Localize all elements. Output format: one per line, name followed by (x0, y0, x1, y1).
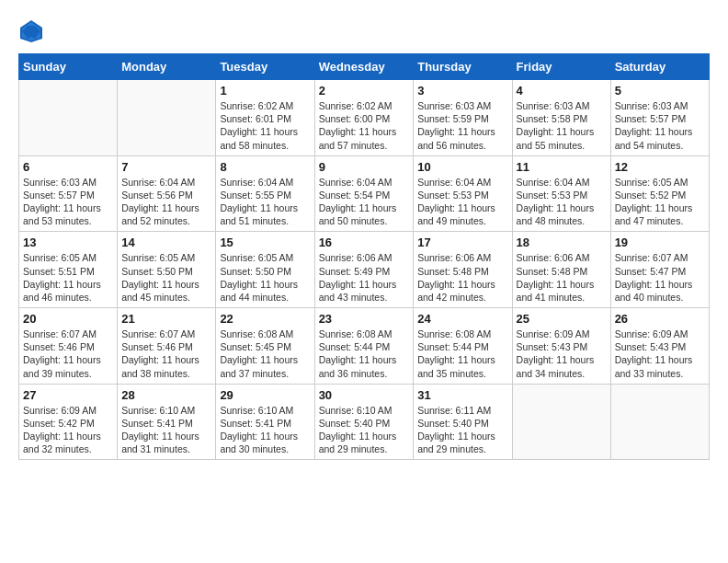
day-info: Sunrise: 6:06 AM Sunset: 5:49 PM Dayligh… (319, 251, 410, 304)
logo (18, 18, 48, 44)
day-number: 10 (417, 160, 507, 174)
weekday-header-row: SundayMondayTuesdayWednesdayThursdayFrid… (19, 54, 710, 80)
day-number: 6 (23, 160, 113, 174)
day-number: 21 (121, 312, 211, 326)
day-info: Sunrise: 6:06 AM Sunset: 5:48 PM Dayligh… (417, 251, 507, 304)
day-info: Sunrise: 6:05 AM Sunset: 5:52 PM Dayligh… (615, 176, 705, 228)
day-info: Sunrise: 6:02 AM Sunset: 6:01 PM Dayligh… (220, 99, 310, 152)
day-info: Sunrise: 6:11 AM Sunset: 5:40 PM Dayligh… (417, 404, 507, 456)
day-number: 24 (417, 312, 507, 326)
calendar-cell: 3Sunrise: 6:03 AM Sunset: 5:59 PM Daylig… (414, 80, 512, 156)
day-number: 27 (23, 388, 113, 402)
calendar-cell (512, 384, 610, 460)
day-info: Sunrise: 6:03 AM Sunset: 5:58 PM Dayligh… (517, 99, 607, 152)
week-row-5: 27Sunrise: 6:09 AM Sunset: 5:42 PM Dayli… (19, 384, 710, 460)
calendar-cell: 13Sunrise: 6:05 AM Sunset: 5:51 PM Dayli… (19, 232, 118, 308)
day-info: Sunrise: 6:05 AM Sunset: 5:50 PM Dayligh… (121, 251, 211, 304)
day-number: 1 (220, 84, 310, 98)
calendar-cell: 29Sunrise: 6:10 AM Sunset: 5:41 PM Dayli… (216, 384, 314, 460)
day-number: 22 (220, 312, 310, 326)
calendar-cell: 16Sunrise: 6:06 AM Sunset: 5:49 PM Dayli… (314, 232, 414, 308)
calendar-cell: 12Sunrise: 6:05 AM Sunset: 5:52 PM Dayli… (610, 155, 709, 232)
weekday-header-tuesday: Tuesday (216, 54, 314, 80)
day-info: Sunrise: 6:04 AM Sunset: 5:56 PM Dayligh… (121, 176, 211, 228)
calendar-cell: 6Sunrise: 6:03 AM Sunset: 5:57 PM Daylig… (19, 155, 118, 232)
week-row-3: 13Sunrise: 6:05 AM Sunset: 5:51 PM Dayli… (19, 232, 710, 308)
day-info: Sunrise: 6:03 AM Sunset: 5:57 PM Dayligh… (615, 99, 705, 152)
week-row-2: 6Sunrise: 6:03 AM Sunset: 5:57 PM Daylig… (19, 155, 710, 232)
calendar-cell (118, 80, 216, 156)
calendar-cell: 31Sunrise: 6:11 AM Sunset: 5:40 PM Dayli… (414, 384, 512, 460)
day-number: 9 (319, 160, 410, 174)
calendar-cell (610, 384, 709, 460)
day-number: 25 (517, 312, 607, 326)
day-number: 3 (417, 84, 507, 98)
calendar-cell: 27Sunrise: 6:09 AM Sunset: 5:42 PM Dayli… (19, 384, 118, 460)
day-number: 29 (220, 388, 310, 402)
calendar-cell: 17Sunrise: 6:06 AM Sunset: 5:48 PM Dayli… (414, 232, 512, 308)
day-number: 31 (417, 388, 507, 402)
calendar-cell: 2Sunrise: 6:02 AM Sunset: 6:00 PM Daylig… (314, 80, 414, 156)
day-info: Sunrise: 6:04 AM Sunset: 5:53 PM Dayligh… (417, 176, 507, 228)
day-info: Sunrise: 6:10 AM Sunset: 5:41 PM Dayligh… (220, 404, 310, 456)
calendar-cell: 5Sunrise: 6:03 AM Sunset: 5:57 PM Daylig… (610, 80, 709, 156)
day-info: Sunrise: 6:10 AM Sunset: 5:41 PM Dayligh… (121, 404, 211, 456)
calendar-cell: 22Sunrise: 6:08 AM Sunset: 5:45 PM Dayli… (216, 308, 314, 385)
day-number: 26 (615, 312, 705, 326)
day-info: Sunrise: 6:07 AM Sunset: 5:46 PM Dayligh… (23, 327, 113, 380)
day-info: Sunrise: 6:04 AM Sunset: 5:53 PM Dayligh… (517, 176, 607, 228)
day-number: 4 (517, 84, 607, 98)
day-info: Sunrise: 6:05 AM Sunset: 5:50 PM Dayligh… (220, 251, 310, 304)
day-info: Sunrise: 6:07 AM Sunset: 5:46 PM Dayligh… (121, 327, 211, 380)
day-number: 14 (121, 236, 211, 249)
day-info: Sunrise: 6:09 AM Sunset: 5:43 PM Dayligh… (517, 327, 607, 380)
day-info: Sunrise: 6:04 AM Sunset: 5:55 PM Dayligh… (220, 176, 310, 228)
calendar-cell: 26Sunrise: 6:09 AM Sunset: 5:43 PM Dayli… (610, 308, 709, 385)
calendar-cell: 18Sunrise: 6:06 AM Sunset: 5:48 PM Dayli… (512, 232, 610, 308)
day-number: 13 (23, 236, 113, 249)
calendar-cell: 9Sunrise: 6:04 AM Sunset: 5:54 PM Daylig… (314, 155, 414, 232)
weekday-header-thursday: Thursday (414, 54, 512, 80)
day-info: Sunrise: 6:08 AM Sunset: 5:45 PM Dayligh… (220, 327, 310, 380)
day-info: Sunrise: 6:04 AM Sunset: 5:54 PM Dayligh… (319, 176, 410, 228)
calendar-cell (19, 80, 118, 156)
day-info: Sunrise: 6:05 AM Sunset: 5:51 PM Dayligh… (23, 251, 113, 304)
calendar-cell: 23Sunrise: 6:08 AM Sunset: 5:44 PM Dayli… (314, 308, 414, 385)
day-number: 8 (220, 160, 310, 174)
calendar-cell: 21Sunrise: 6:07 AM Sunset: 5:46 PM Dayli… (118, 308, 216, 385)
calendar-cell: 8Sunrise: 6:04 AM Sunset: 5:55 PM Daylig… (216, 155, 314, 232)
day-number: 18 (517, 236, 607, 249)
calendar-cell: 7Sunrise: 6:04 AM Sunset: 5:56 PM Daylig… (118, 155, 216, 232)
calendar-cell: 19Sunrise: 6:07 AM Sunset: 5:47 PM Dayli… (610, 232, 709, 308)
day-info: Sunrise: 6:07 AM Sunset: 5:47 PM Dayligh… (615, 251, 705, 304)
day-info: Sunrise: 6:03 AM Sunset: 5:59 PM Dayligh… (417, 99, 507, 152)
calendar-cell: 24Sunrise: 6:08 AM Sunset: 5:44 PM Dayli… (414, 308, 512, 385)
logo-icon (18, 18, 44, 44)
day-number: 30 (319, 388, 410, 402)
calendar-cell: 1Sunrise: 6:02 AM Sunset: 6:01 PM Daylig… (216, 80, 314, 156)
calendar-cell: 28Sunrise: 6:10 AM Sunset: 5:41 PM Dayli… (118, 384, 216, 460)
weekday-header-monday: Monday (118, 54, 216, 80)
day-info: Sunrise: 6:09 AM Sunset: 5:42 PM Dayligh… (23, 404, 113, 456)
day-number: 7 (121, 160, 211, 174)
day-number: 23 (319, 312, 410, 326)
weekday-header-wednesday: Wednesday (314, 54, 414, 80)
week-row-4: 20Sunrise: 6:07 AM Sunset: 5:46 PM Dayli… (19, 308, 710, 385)
day-number: 5 (615, 84, 705, 98)
day-info: Sunrise: 6:03 AM Sunset: 5:57 PM Dayligh… (23, 176, 113, 228)
weekday-header-sunday: Sunday (19, 54, 118, 80)
day-info: Sunrise: 6:09 AM Sunset: 5:43 PM Dayligh… (615, 327, 705, 380)
weekday-header-friday: Friday (512, 54, 610, 80)
calendar-cell: 14Sunrise: 6:05 AM Sunset: 5:50 PM Dayli… (118, 232, 216, 308)
day-info: Sunrise: 6:02 AM Sunset: 6:00 PM Dayligh… (319, 99, 410, 152)
day-number: 12 (615, 160, 705, 174)
day-info: Sunrise: 6:08 AM Sunset: 5:44 PM Dayligh… (417, 327, 507, 380)
day-info: Sunrise: 6:10 AM Sunset: 5:40 PM Dayligh… (319, 404, 410, 456)
day-info: Sunrise: 6:06 AM Sunset: 5:48 PM Dayligh… (517, 251, 607, 304)
week-row-1: 1Sunrise: 6:02 AM Sunset: 6:01 PM Daylig… (19, 80, 710, 156)
calendar-cell: 25Sunrise: 6:09 AM Sunset: 5:43 PM Dayli… (512, 308, 610, 385)
calendar-cell: 11Sunrise: 6:04 AM Sunset: 5:53 PM Dayli… (512, 155, 610, 232)
calendar-cell: 4Sunrise: 6:03 AM Sunset: 5:58 PM Daylig… (512, 80, 610, 156)
calendar-cell: 10Sunrise: 6:04 AM Sunset: 5:53 PM Dayli… (414, 155, 512, 232)
day-info: Sunrise: 6:08 AM Sunset: 5:44 PM Dayligh… (319, 327, 410, 380)
